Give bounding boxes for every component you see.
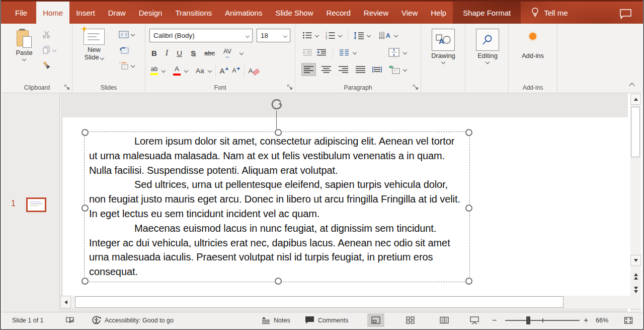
cut-button[interactable] (42, 29, 56, 40)
resize-handle-bottom-middle[interactable] (275, 278, 282, 285)
paragraph-3[interactable]: Maecenas euismod lacus in nunc feugiat, … (89, 221, 465, 279)
text-direction-button[interactable]: A (378, 31, 391, 40)
tab-help[interactable]: Help (424, 2, 453, 24)
paragraph-2[interactable]: Sed ultrices, urna ut pellentesque eleif… (89, 177, 465, 221)
next-slide-button[interactable] (630, 284, 641, 296)
collapse-ribbon-button[interactable] (629, 83, 634, 88)
align-text-dropdown-icon[interactable] (403, 50, 407, 54)
tab-transitions[interactable]: Transitions (169, 2, 218, 24)
align-text-button[interactable] (388, 48, 399, 57)
font-size-combobox[interactable]: 18 (257, 29, 290, 42)
font-color-dropdown-icon[interactable] (184, 69, 188, 73)
zoom-out-button[interactable]: − (492, 312, 497, 328)
resize-handle-top-right[interactable] (465, 129, 472, 136)
bullets-dropdown-icon[interactable] (315, 33, 319, 37)
character-spacing-button[interactable]: AV ↔ (223, 48, 231, 57)
drawing-button[interactable]: A Drawing (432, 29, 455, 63)
decrease-font-size-button[interactable]: A (232, 67, 240, 74)
tab-draw[interactable]: Draw (102, 2, 132, 24)
normal-view-button[interactable] (367, 313, 384, 327)
tab-slide-show[interactable]: Slide Show (269, 2, 319, 24)
highlight-color-button[interactable]: ab (150, 66, 158, 76)
change-case-button[interactable]: Aa (196, 67, 204, 75)
accessibility-checker[interactable]: Accessibility: Good to go (92, 312, 174, 328)
columns-button[interactable] (339, 49, 349, 56)
new-slide-button[interactable]: New Slide (78, 29, 110, 61)
highlight-dropdown-icon[interactable] (162, 69, 166, 73)
increase-font-size-button[interactable]: A (220, 67, 228, 75)
layout-dropdown-icon[interactable] (131, 32, 135, 36)
zoom-level[interactable]: 66% (596, 312, 608, 328)
paragraph-1[interactable]: Lorem ipsum dolor sit amet, consectetur … (89, 134, 465, 177)
addins-button[interactable]: Add-ins (517, 33, 548, 59)
scroll-left-button[interactable] (60, 296, 71, 308)
clear-formatting-button[interactable]: A (249, 67, 258, 75)
reset-slide-button[interactable] (119, 44, 134, 55)
distribute-text-button[interactable] (371, 63, 383, 76)
underline-button[interactable]: U (177, 49, 182, 57)
font-name-dropdown-icon[interactable] (246, 33, 250, 37)
strikethrough-button[interactable]: abc (204, 49, 215, 57)
paste-button[interactable]: Paste (9, 29, 39, 60)
resize-handle-top-left[interactable] (82, 129, 89, 136)
text-shadow-button[interactable]: S (191, 49, 196, 57)
resize-handle-bottom-right[interactable] (465, 278, 472, 285)
text-box-content[interactable]: Lorem ipsum dolor sit amet, consectetur … (89, 134, 465, 282)
change-case-dropdown-icon[interactable] (207, 69, 211, 73)
copy-button[interactable] (42, 44, 56, 55)
selected-text-box[interactable]: Lorem ipsum dolor sit amet, consectetur … (84, 131, 470, 282)
rotation-handle-icon[interactable] (270, 97, 284, 111)
font-dialog-launcher[interactable] (287, 84, 293, 91)
zoom-slider[interactable] (505, 312, 580, 328)
copy-dropdown-icon[interactable] (52, 48, 56, 52)
horizontal-scrollbar[interactable] (60, 296, 641, 308)
align-center-button[interactable] (319, 63, 333, 76)
editing-dropdown-icon[interactable] (486, 60, 490, 64)
scroll-down-button[interactable] (630, 255, 641, 266)
font-color-button[interactable]: A (173, 65, 181, 76)
section-button[interactable] (119, 60, 134, 71)
slide-layout-button[interactable] (119, 29, 134, 40)
slide-sorter-view-button[interactable] (401, 313, 419, 327)
comments-bubble-icon[interactable] (619, 9, 632, 20)
tab-insert[interactable]: Insert (69, 2, 102, 24)
format-painter-button[interactable] (42, 60, 56, 71)
fit-slide-to-window-button[interactable] (624, 312, 633, 328)
tab-home[interactable]: Home (36, 2, 69, 24)
convert-to-smartart-button[interactable] (388, 65, 400, 74)
numbering-dropdown-icon[interactable] (338, 33, 342, 37)
font-name-combobox[interactable]: Calibri (Body) (149, 29, 253, 42)
spell-check-button[interactable] (65, 312, 74, 328)
align-right-button[interactable] (337, 63, 350, 76)
slide-show-button[interactable] (466, 313, 483, 327)
tell-me-search[interactable]: Tell me (531, 2, 568, 24)
clipboard-dialog-launcher[interactable] (64, 84, 70, 91)
horizontal-scrollbar-thumb[interactable] (75, 296, 564, 308)
previous-slide-button[interactable] (630, 270, 641, 283)
tab-animations[interactable]: Animations (218, 2, 269, 24)
font-size-dropdown-icon[interactable] (283, 33, 287, 37)
tab-file[interactable]: File (6, 2, 36, 24)
tab-review[interactable]: Review (357, 2, 395, 24)
paragraph-dialog-launcher[interactable] (413, 84, 419, 91)
scroll-up-button[interactable] (630, 94, 641, 105)
tab-view[interactable]: View (395, 2, 424, 24)
increase-indent-button[interactable] (316, 49, 327, 56)
slide-thumbnail[interactable] (26, 197, 46, 212)
line-spacing-dropdown-icon[interactable] (367, 33, 371, 37)
slide-counter[interactable]: Slide 1 of 1 (12, 312, 44, 328)
vertical-scrollbar-thumb[interactable] (631, 107, 640, 157)
tab-record[interactable]: Record (319, 2, 357, 24)
resize-handle-middle-right[interactable] (465, 205, 472, 212)
resize-handle-bottom-left[interactable] (82, 278, 89, 285)
bold-button[interactable]: B (151, 49, 157, 57)
smartart-dropdown-icon[interactable] (403, 68, 407, 72)
bullets-button[interactable] (302, 31, 312, 39)
drawing-dropdown-icon[interactable] (441, 60, 445, 64)
tab-design[interactable]: Design (132, 2, 169, 24)
notes-button[interactable]: Notes (262, 312, 290, 328)
comments-button[interactable]: Comments (305, 312, 348, 328)
align-left-button[interactable] (301, 63, 316, 76)
character-spacing-dropdown-icon[interactable] (239, 51, 244, 55)
italic-button[interactable]: I (166, 48, 168, 57)
